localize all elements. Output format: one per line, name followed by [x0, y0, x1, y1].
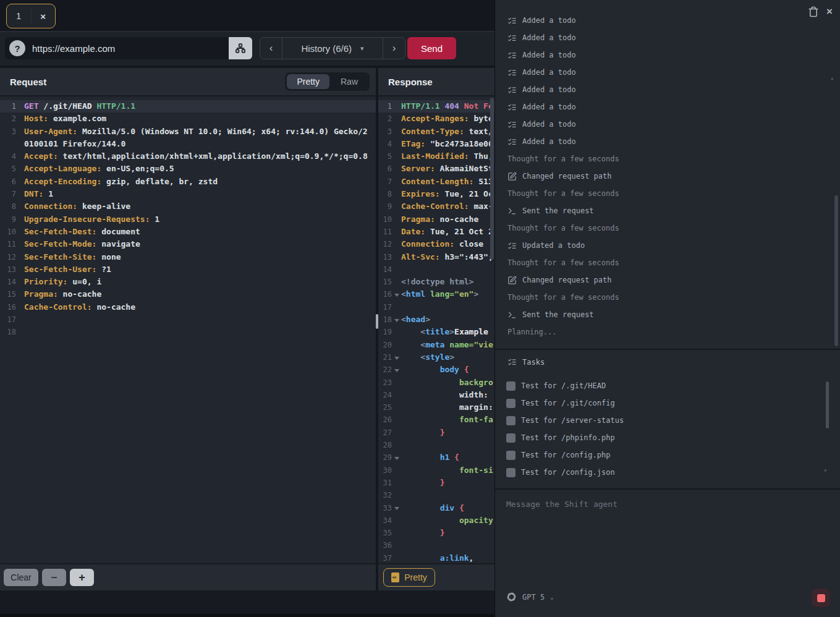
code-line[interactable]: 3User-Agent: Mozilla/5.0 (Windows NT 10.… [0, 126, 376, 138]
fold-caret-icon[interactable] [392, 351, 401, 364]
code-line[interactable]: 17 [0, 313, 376, 326]
fold-caret-icon[interactable] [392, 364, 401, 376]
tab-close-icon[interactable]: × [32, 11, 56, 22]
code-line[interactable]: 8Expires: Tue, 21 Oc [378, 188, 494, 200]
tab-raw[interactable]: Raw [331, 74, 368, 89]
code-line[interactable]: 23 backgro [378, 377, 494, 389]
scroll-up-icon[interactable]: ▴ [831, 75, 834, 81]
code-line[interactable]: 32 [378, 489, 494, 501]
line-number: 21 [378, 351, 392, 364]
code-line[interactable]: 3Content-Type: text/ [378, 126, 494, 138]
agent-activity-log[interactable]: Added a todoAdded a todoAdded a todoAdde… [495, 17, 834, 347]
code-line[interactable]: 30 font-si [378, 464, 494, 477]
code-line[interactable]: 6Accept-Encoding: gzip, deflate, br, zst… [0, 176, 376, 188]
code-line[interactable]: 1HTTP/1.1 404 Not Fo [378, 100, 494, 113]
code-line[interactable]: 4Accept: text/html,application/xhtml+xml… [0, 150, 376, 163]
task-checkbox[interactable] [506, 416, 515, 425]
fold-caret-icon[interactable] [392, 451, 401, 464]
code-line[interactable]: 35 } [378, 527, 494, 539]
code-line[interactable]: 8Connection: keep-alive [0, 200, 376, 213]
code-text: Connection: keep-alive [24, 200, 376, 213]
close-icon[interactable]: × [824, 6, 835, 17]
prettify-button[interactable]: Pretty [383, 568, 435, 587]
code-line[interactable]: 17 [378, 301, 494, 313]
code-line[interactable]: 16<html lang="en"> [378, 288, 494, 300]
code-line[interactable]: 11Date: Tue, 21 Oct 2 [378, 226, 494, 238]
code-line[interactable]: 2Accept-Ranges: byte [378, 113, 494, 125]
code-line[interactable]: 36 [378, 539, 494, 551]
code-line[interactable]: 13Alt-Svc: h3=":443"; [378, 251, 494, 263]
code-line[interactable]: 7Content-Length: 513 [378, 176, 494, 188]
code-line[interactable]: 14Priority: u=0, i [0, 276, 376, 288]
code-line[interactable]: 6Server: AkamaiNetSt [378, 163, 494, 175]
code-line[interactable]: 15Pragma: no-cache [0, 288, 376, 300]
code-line[interactable]: 16Cache-Control: no-cache [0, 301, 376, 313]
code-line[interactable]: 34 opacity [378, 514, 494, 527]
fold-caret-icon[interactable] [392, 313, 401, 326]
request-editor[interactable]: 1GET /.git/HEAD HTTP/1.12Host: example.c… [0, 96, 376, 564]
log-scrollbar[interactable] [834, 195, 838, 346]
response-scrollbar[interactable] [490, 98, 494, 260]
agent-message-input[interactable]: Message the Shift agent [495, 490, 840, 578]
code-line[interactable]: 4ETag: "bc2473a18e00 [378, 138, 494, 150]
fold-caret-icon[interactable] [392, 288, 401, 300]
task-checkbox[interactable] [506, 468, 515, 477]
code-line[interactable]: 5Accept-Language: en-US,en;q=0.5 [0, 163, 376, 175]
code-line[interactable]: 20 <meta name="vie [378, 339, 494, 351]
code-line[interactable]: 15<!doctype html> [378, 276, 494, 288]
tab-pretty[interactable]: Pretty [287, 74, 329, 89]
model-selector[interactable]: GPT 5 ⌄ [506, 592, 554, 602]
code-line[interactable]: 29 h1 { [378, 451, 494, 464]
code-line[interactable]: 26 font-fa [378, 414, 494, 426]
code-line[interactable]: 18 [0, 326, 376, 338]
code-line[interactable]: 12Connection: close [378, 238, 494, 250]
code-line[interactable]: 11Sec-Fetch-Mode: navigate [0, 238, 376, 250]
response-editor[interactable]: 1HTTP/1.1 404 Not Fo2Accept-Ranges: byte… [378, 96, 494, 564]
scroll-down-icon[interactable]: ▾ [824, 467, 827, 474]
code-line[interactable]: 7DNT: 1 [0, 188, 376, 200]
code-line[interactable]: 21 <style> [378, 351, 494, 364]
history-prev-button[interactable]: ‹ [260, 38, 282, 59]
code-line[interactable]: 18<head> [378, 313, 494, 326]
stop-button[interactable] [812, 589, 830, 607]
trash-icon[interactable] [808, 6, 819, 17]
code-line[interactable]: 25 margin: [378, 401, 494, 414]
increase-font-button[interactable]: + [70, 569, 94, 586]
clear-button[interactable]: Clear [4, 569, 38, 586]
url-input[interactable]: ? https://example.com [5, 37, 229, 59]
code-line[interactable]: 10Pragma: no-cache [378, 213, 494, 226]
fold-caret-icon[interactable] [392, 502, 401, 514]
tasks-scrollbar[interactable] [826, 381, 829, 428]
code-line[interactable]: 28 [378, 439, 494, 451]
code-line[interactable]: 22 body { [378, 364, 494, 376]
decrease-font-button[interactable]: − [42, 569, 66, 586]
send-button[interactable]: Send [407, 37, 456, 59]
sitemap-button[interactable] [229, 37, 252, 59]
task-checkbox[interactable] [506, 433, 515, 443]
code-line[interactable]: 9Cache-Control: max- [378, 200, 494, 213]
code-line[interactable]: 27 } [378, 427, 494, 439]
help-icon[interactable]: ? [9, 40, 25, 56]
code-line[interactable]: 13Sec-Fetch-User: ?1 [0, 263, 376, 276]
code-line[interactable]: 24 width: [378, 389, 494, 401]
history-dropdown[interactable]: History (6/6) ▾ [282, 38, 383, 59]
code-line[interactable]: 0100101 Firefox/144.0 [0, 138, 376, 150]
code-line[interactable]: 5Last-Modified: Thu, [378, 150, 494, 163]
composer-placeholder: Message the Shift agent [506, 500, 617, 509]
task-checkbox[interactable] [506, 381, 515, 391]
line-number: 15 [0, 288, 16, 300]
code-line[interactable]: 37 a:link, [378, 552, 494, 564]
task-checkbox[interactable] [506, 451, 515, 460]
code-line[interactable]: 10Sec-Fetch-Dest: document [0, 226, 376, 238]
code-line[interactable]: 2Host: example.com [0, 113, 376, 125]
code-line[interactable]: 33 div { [378, 502, 494, 514]
code-line[interactable]: 14 [378, 263, 494, 276]
history-next-button[interactable]: › [383, 38, 405, 59]
session-tab[interactable]: 1 × [6, 4, 56, 28]
code-line[interactable]: 9Upgrade-Insecure-Requests: 1 [0, 213, 376, 226]
code-line[interactable]: 1GET /.git/HEAD HTTP/1.1 [0, 100, 376, 113]
code-line[interactable]: 31 } [378, 477, 494, 489]
code-line[interactable]: 19 <title>Example [378, 326, 494, 338]
task-checkbox[interactable] [506, 399, 515, 408]
code-line[interactable]: 12Sec-Fetch-Site: none [0, 251, 376, 263]
